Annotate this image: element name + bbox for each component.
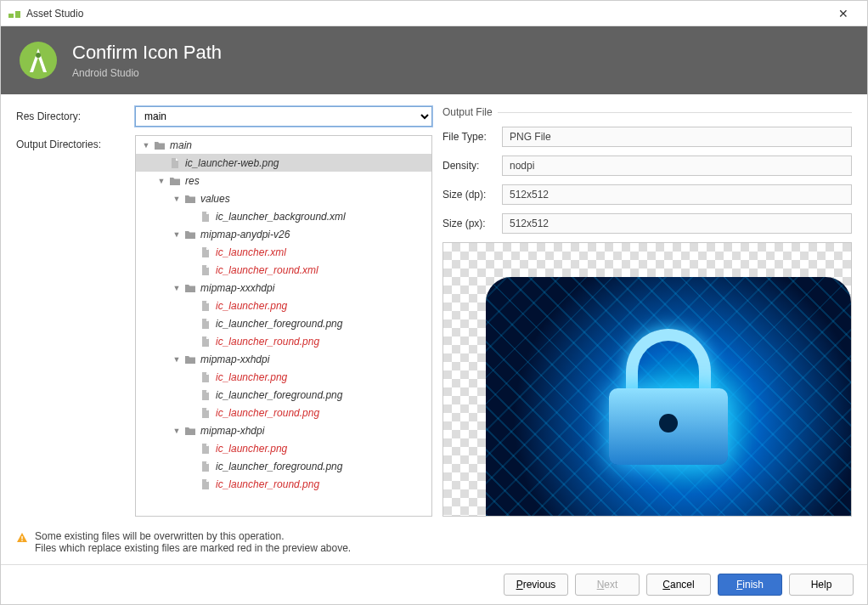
expand-arrow-icon[interactable]: ▼ <box>172 230 182 239</box>
tree-file[interactable]: ic_launcher_round.png <box>136 332 431 350</box>
titlebar: Asset Studio ✕ <box>1 1 867 26</box>
tree-file[interactable]: ic_launcher.png <box>136 297 431 314</box>
tree-file[interactable]: ic_launcher-web.png <box>136 154 431 172</box>
output-directories-label: Output Directories: <box>16 135 135 150</box>
tree-node-label: main <box>170 139 192 151</box>
file-type-value: PNG File <box>502 127 852 147</box>
file-icon <box>199 461 212 472</box>
tree-node-label: res <box>185 175 200 187</box>
folder-icon <box>153 139 166 151</box>
warning-message: Some existing files will be overwritten … <box>1 523 867 564</box>
res-directory-label: Res Directory: <box>16 110 135 122</box>
file-icon <box>168 157 182 169</box>
tree-node-label: ic_launcher_foreground.png <box>216 318 342 330</box>
button-bar: Previous Next Cancel Finish Help <box>1 564 867 604</box>
tree-node-label: mipmap-xhdpi <box>200 425 264 437</box>
dialog-subtitle: Android Studio <box>72 67 222 79</box>
previous-button[interactable]: Previous <box>504 574 568 596</box>
cancel-button[interactable]: Cancel <box>646 574 711 596</box>
tree-folder[interactable]: ▼mipmap-xhdpi <box>136 421 431 439</box>
tree-file[interactable]: ic_launcher.xml <box>136 243 431 261</box>
svg-point-3 <box>36 53 41 58</box>
tree-node-label: mipmap-xxhdpi <box>200 353 269 365</box>
file-icon <box>199 443 212 455</box>
tree-node-label: ic_launcher_round.xml <box>216 264 318 276</box>
tree-file[interactable]: ic_launcher.png <box>136 439 431 457</box>
tree-folder[interactable]: ▼res <box>136 172 431 189</box>
expand-arrow-icon[interactable]: ▼ <box>172 195 182 203</box>
android-studio-logo-icon <box>18 40 59 81</box>
folder-icon <box>183 229 197 240</box>
dialog-header: Confirm Icon Path Android Studio <box>1 26 867 94</box>
tree-file[interactable]: ic_launcher_foreground.png <box>136 314 431 332</box>
next-button[interactable]: Next <box>575 574 640 596</box>
svg-rect-5 <box>21 540 22 541</box>
svg-point-2 <box>20 42 57 79</box>
res-directory-select[interactable]: main <box>135 106 432 127</box>
size-px-label: Size (px): <box>442 218 502 229</box>
tree-node-label: ic_launcher_background.xml <box>216 211 346 223</box>
expand-arrow-icon[interactable]: ▼ <box>141 141 151 150</box>
tree-node-label: ic_launcher_round.png <box>216 478 319 490</box>
size-px-value: 512x512 <box>502 213 852 234</box>
window-title: Asset Studio <box>26 8 826 20</box>
size-dp-label: Size (dp): <box>442 189 502 201</box>
close-icon[interactable]: ✕ <box>826 7 860 20</box>
tree-file[interactable]: ic_launcher_foreground.png <box>136 386 431 404</box>
output-file-section-label: Output File <box>442 106 852 118</box>
tree-node-label: ic_launcher_round.png <box>216 336 319 348</box>
tree-node-label: ic_launcher.xml <box>216 246 286 258</box>
svg-rect-4 <box>21 536 22 540</box>
content-area: Res Directory: main Output Directories: … <box>1 94 867 523</box>
tree-node-label: values <box>200 193 230 205</box>
tree-node-label: mipmap-xxxhdpi <box>200 282 274 294</box>
tree-file[interactable]: ic_launcher_round.xml <box>136 261 431 279</box>
finish-button[interactable]: Finish <box>718 574 782 596</box>
tree-file[interactable]: ic_launcher.png <box>136 368 431 386</box>
image-preview <box>442 242 852 517</box>
svg-rect-1 <box>15 11 20 18</box>
expand-arrow-icon[interactable]: ▼ <box>172 284 182 292</box>
file-icon <box>199 211 212 223</box>
expand-arrow-icon[interactable]: ▼ <box>156 177 166 185</box>
tree-folder[interactable]: ▼main <box>136 136 431 154</box>
svg-rect-0 <box>8 14 14 18</box>
expand-arrow-icon[interactable]: ▼ <box>172 427 182 435</box>
folder-icon <box>168 175 182 187</box>
tree-node-label: ic_launcher.png <box>216 443 287 455</box>
tree-file[interactable]: ic_launcher_foreground.png <box>136 457 431 475</box>
tree-folder[interactable]: ▼mipmap-xxxhdpi <box>136 279 431 297</box>
tree-node-label: ic_launcher.png <box>216 300 287 312</box>
tree-node-label: ic_launcher-web.png <box>185 157 279 169</box>
tree-file[interactable]: ic_launcher_round.png <box>136 404 431 421</box>
file-icon <box>199 264 212 276</box>
lock-icon <box>600 337 736 465</box>
tree-node-label: ic_launcher_foreground.png <box>216 461 342 472</box>
file-icon <box>199 318 212 330</box>
help-button[interactable]: Help <box>789 574 854 596</box>
tree-node-label: mipmap-anydpi-v26 <box>200 229 290 240</box>
tree-node-label: ic_launcher.png <box>216 371 287 383</box>
file-icon <box>199 478 212 490</box>
folder-icon <box>183 282 197 294</box>
size-dp-value: 512x512 <box>502 184 852 205</box>
density-label: Density: <box>442 160 502 172</box>
tree-file[interactable]: ic_launcher_background.xml <box>136 207 431 225</box>
expand-arrow-icon[interactable]: ▼ <box>172 355 182 364</box>
android-studio-icon <box>8 8 21 19</box>
tree-folder[interactable]: ▼values <box>136 189 431 207</box>
dialog-title: Confirm Icon Path <box>72 42 222 64</box>
tree-folder[interactable]: ▼mipmap-anydpi-v26 <box>136 225 431 243</box>
file-icon <box>199 371 212 383</box>
file-icon <box>199 300 212 312</box>
warning-icon <box>16 532 28 544</box>
tree-node-label: ic_launcher_round.png <box>216 407 319 419</box>
tree-folder[interactable]: ▼mipmap-xxhdpi <box>136 350 431 368</box>
output-directories-tree[interactable]: ▼mainic_launcher-web.png▼res▼valuesic_la… <box>135 135 432 517</box>
folder-icon <box>183 193 197 205</box>
file-icon <box>199 407 212 419</box>
tree-file[interactable]: ic_launcher_round.png <box>136 475 431 493</box>
folder-icon <box>183 425 197 437</box>
folder-icon <box>183 353 197 365</box>
tree-node-label: ic_launcher_foreground.png <box>216 389 342 401</box>
